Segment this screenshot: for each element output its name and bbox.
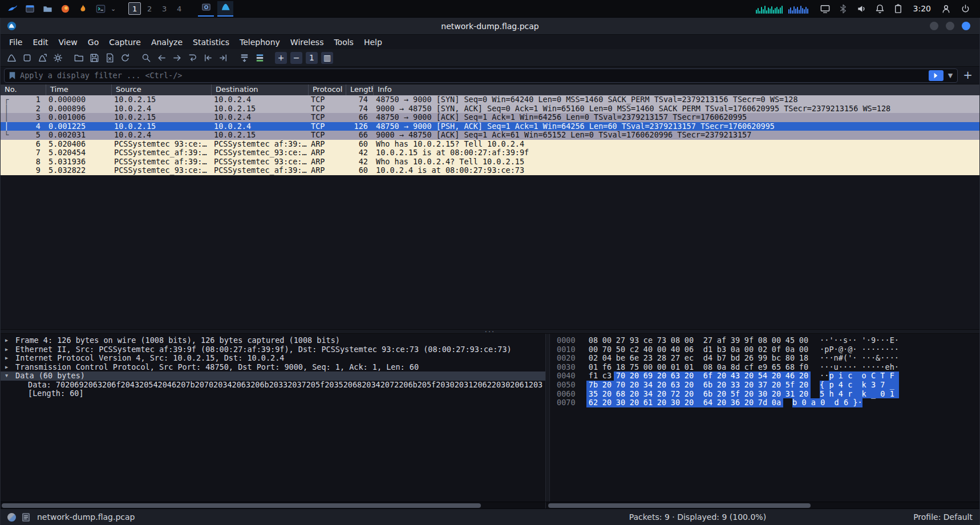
ascii-char[interactable]: · bbox=[843, 363, 848, 372]
detail-line[interactable]: ▶Frame 4: 126 bytes on wire (1008 bits),… bbox=[1, 336, 545, 345]
hex-byte[interactable]: 06 bbox=[682, 345, 696, 354]
ascii-char[interactable]: ' bbox=[829, 336, 833, 345]
hex-byte[interactable]: 7d bbox=[756, 398, 770, 407]
ascii-char[interactable] bbox=[876, 371, 880, 381]
display-filter-field[interactable]: ▼ bbox=[4, 68, 958, 83]
ascii-char[interactable]: · bbox=[876, 345, 880, 354]
packet-row[interactable]: └50.00203110.0.2.410.0.2.15TCP669000 → 4… bbox=[1, 131, 979, 140]
hex-byte[interactable]: 20 bbox=[655, 381, 669, 390]
cell-info[interactable]: Who has 10.0.2.4? Tell 10.0.2.15 bbox=[374, 158, 979, 167]
ascii-char[interactable]: c bbox=[848, 381, 852, 390]
clipboard-icon[interactable] bbox=[892, 2, 905, 15]
ascii-char[interactable]: · bbox=[876, 363, 880, 372]
ascii-char[interactable]: a bbox=[811, 398, 816, 407]
cell-time[interactable]: 5.020406 bbox=[46, 140, 112, 149]
hex-byte[interactable]: 00 bbox=[770, 336, 783, 345]
hex-byte[interactable]: 30 bbox=[669, 398, 682, 407]
ascii-char[interactable]: · bbox=[894, 336, 899, 345]
maximize-button[interactable] bbox=[946, 22, 954, 30]
hex-byte[interactable]: 0a bbox=[715, 363, 728, 372]
hex-byte[interactable]: 20 bbox=[682, 390, 696, 399]
ascii-char[interactable] bbox=[848, 398, 853, 407]
column-header-time[interactable]: Time bbox=[46, 84, 112, 95]
hex-byte[interactable]: 20 bbox=[770, 371, 783, 381]
ascii-char[interactable] bbox=[824, 381, 829, 390]
ascii-char[interactable]: · bbox=[866, 363, 871, 372]
titlebar[interactable]: network-dump.flag.pcap bbox=[1, 18, 979, 35]
hex-byte[interactable]: 20 bbox=[627, 371, 641, 381]
hex-row[interactable]: 00706220302061203020642036207d0ab 0 a 0 … bbox=[557, 398, 979, 407]
ascii-char[interactable]: · bbox=[880, 336, 885, 345]
ascii-char[interactable]: k bbox=[862, 390, 866, 399]
hex-byte[interactable]: 5f bbox=[728, 390, 742, 399]
ascii-char[interactable]: · bbox=[839, 363, 843, 372]
ascii-char[interactable]: · bbox=[894, 363, 899, 372]
hex-byte[interactable]: 61 bbox=[641, 398, 655, 407]
cell-length[interactable]: 74 bbox=[346, 95, 374, 104]
ascii-char[interactable]: h bbox=[890, 363, 894, 372]
ascii-char[interactable]: c bbox=[848, 371, 852, 381]
close-button[interactable] bbox=[962, 22, 970, 30]
cell-time[interactable]: 5.020454 bbox=[46, 148, 112, 158]
cell-protocol[interactable]: TCP bbox=[309, 122, 346, 131]
hex-byte[interactable]: 93 bbox=[627, 336, 641, 345]
ascii-char[interactable]: _ bbox=[890, 381, 894, 390]
bytes-hscrollbar[interactable] bbox=[545, 502, 979, 508]
hex-byte[interactable]: ec bbox=[682, 354, 696, 363]
ascii-char[interactable]: d bbox=[835, 398, 839, 407]
hex-byte[interactable]: 33 bbox=[728, 381, 742, 390]
ascii-char[interactable]: · bbox=[885, 345, 889, 354]
hex-byte[interactable]: 18 bbox=[797, 354, 811, 363]
hex-byte[interactable]: 72 bbox=[669, 390, 682, 399]
column-header-destination[interactable]: Destination bbox=[212, 84, 309, 95]
filter-add-button[interactable]: + bbox=[962, 69, 976, 82]
ascii-char[interactable]: 9 bbox=[871, 336, 876, 345]
packet-row[interactable]: │20.00089610.0.2.410.0.2.15TCP749000 → 4… bbox=[1, 104, 979, 114]
workspace-4[interactable]: 4 bbox=[173, 2, 185, 15]
ascii-char[interactable]: p bbox=[829, 381, 833, 390]
hex-byte[interactable]: b7 bbox=[715, 354, 728, 363]
hex-byte[interactable]: 01 bbox=[586, 363, 600, 372]
hex-byte[interactable]: 40 bbox=[669, 345, 682, 354]
ascii-char[interactable]: · bbox=[871, 363, 876, 372]
ascii-char[interactable]: # bbox=[839, 354, 843, 363]
ascii-char[interactable]: p bbox=[829, 371, 833, 381]
ascii-char[interactable]: · bbox=[885, 354, 889, 363]
packet-row[interactable]: 65.020406PCSSystemtec_93:ce:…PCSSystemte… bbox=[1, 140, 979, 149]
hex-byte[interactable]: 04 bbox=[600, 354, 614, 363]
ascii-char[interactable] bbox=[885, 381, 889, 390]
cell-source[interactable]: 10.0.2.15 bbox=[112, 95, 212, 104]
expert-info-icon[interactable] bbox=[7, 513, 16, 522]
hex-row[interactable]: 0040f1c37020692063206f20432054204620··p … bbox=[557, 371, 979, 381]
cell-info[interactable]: 9000 → 48750 [SYN, ACK] Seq=0 Ack=1 Win=… bbox=[374, 104, 979, 114]
hex-byte[interactable]: 01 bbox=[669, 363, 682, 372]
hex-byte[interactable]: 27 bbox=[669, 354, 682, 363]
hex-byte[interactable]: 20 bbox=[655, 371, 669, 381]
hex-byte[interactable]: d4 bbox=[701, 354, 715, 363]
collapsed-arrow-icon[interactable]: ▶ bbox=[5, 336, 15, 345]
column-header-source[interactable]: Source bbox=[112, 84, 212, 95]
ascii-char[interactable]: · bbox=[880, 345, 885, 354]
cell-protocol[interactable]: TCP bbox=[309, 131, 346, 140]
menu-wireless[interactable]: Wireless bbox=[285, 35, 329, 49]
ascii-char[interactable]: ' bbox=[848, 354, 852, 363]
cell-destination[interactable]: 10.0.2.4 bbox=[212, 113, 309, 122]
ascii-char[interactable]: · bbox=[848, 336, 852, 345]
ascii-char[interactable]: · bbox=[871, 354, 876, 363]
pane-splitter[interactable]: ··· bbox=[1, 329, 979, 334]
hex-byte[interactable]: 54 bbox=[756, 371, 770, 381]
window-switcher-icon[interactable] bbox=[22, 1, 37, 16]
details-hscrollbar-thumb[interactable] bbox=[2, 503, 481, 508]
ascii-char[interactable]: · bbox=[820, 336, 824, 345]
menu-tools[interactable]: Tools bbox=[329, 35, 359, 49]
hex-byte[interactable]: 75 bbox=[627, 363, 641, 372]
firefox-icon[interactable] bbox=[58, 1, 72, 16]
capture-options-icon[interactable] bbox=[50, 50, 66, 65]
ascii-char[interactable] bbox=[834, 371, 839, 381]
hex-byte[interactable]: 63 bbox=[669, 371, 682, 381]
hex-byte[interactable]: d1 bbox=[701, 345, 715, 354]
cell-source[interactable]: PCSSystemtec_af:39:… bbox=[112, 148, 212, 158]
ascii-char[interactable] bbox=[839, 398, 844, 407]
ascii-char[interactable]: k bbox=[862, 381, 866, 390]
column-header-no[interactable]: No. bbox=[1, 84, 46, 95]
